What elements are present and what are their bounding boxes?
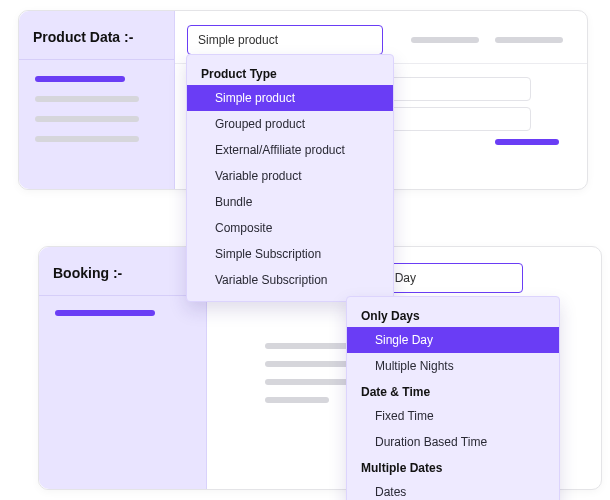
dropdown-option[interactable]: Single Day [347, 327, 559, 353]
dropdown-option[interactable]: Bundle [187, 189, 393, 215]
dropdown-option[interactable]: Simple product [187, 85, 393, 111]
placeholder-bar [411, 37, 479, 43]
dropdown-option[interactable]: Dates [347, 479, 559, 500]
accent-bar [495, 139, 559, 145]
sidebar-item[interactable] [35, 136, 139, 142]
dropdown-group-label: Only Days [347, 303, 559, 327]
dropdown-option[interactable]: Fixed Time [347, 403, 559, 429]
dropdown-option[interactable]: Simple Subscription [187, 241, 393, 267]
booking-sidebar: Booking :- [39, 247, 207, 489]
dropdown-option[interactable]: Grouped product [187, 111, 393, 137]
booking-type-dropdown[interactable]: Only DaysSingle DayMultiple NightsDate &… [346, 296, 560, 500]
sidebar-item[interactable] [35, 96, 139, 102]
booking-label: Booking :- [39, 247, 206, 295]
sidebar-item[interactable] [55, 310, 155, 316]
product-type-select[interactable]: Simple product [187, 25, 383, 55]
dropdown-option[interactable]: Duration Based Time [347, 429, 559, 455]
sidebar-item[interactable] [35, 116, 139, 122]
product-data-sidebar: Product Data :- [19, 11, 175, 189]
content-placeholder [265, 343, 355, 415]
divider [19, 59, 174, 60]
dropdown-option[interactable]: Variable Subscription [187, 267, 393, 293]
placeholder-bar [495, 37, 563, 43]
dropdown-group-label: Product Type [187, 61, 393, 85]
dropdown-option[interactable]: External/Affiliate product [187, 137, 393, 163]
product-data-label: Product Data :- [19, 11, 174, 59]
dropdown-option[interactable]: Multiple Nights [347, 353, 559, 379]
divider [39, 295, 206, 296]
dropdown-option[interactable]: Variable product [187, 163, 393, 189]
dropdown-group-label: Date & Time [347, 379, 559, 403]
dropdown-group-label: Multiple Dates [347, 455, 559, 479]
sidebar-item[interactable] [35, 76, 125, 82]
dropdown-option[interactable]: Composite [187, 215, 393, 241]
product-type-dropdown[interactable]: Product Type Simple productGrouped produ… [186, 54, 394, 302]
